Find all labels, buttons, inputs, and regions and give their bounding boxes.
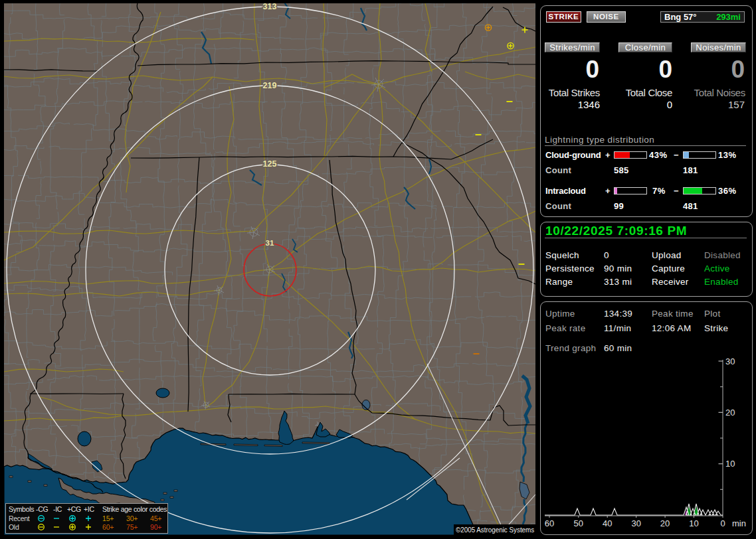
svg-text:75+: 75+ xyxy=(126,523,138,531)
svg-text:40: 40 xyxy=(603,518,612,528)
svg-text:30: 30 xyxy=(631,518,640,528)
svg-text:-CG: -CG xyxy=(36,505,48,513)
svg-text:0: 0 xyxy=(720,518,725,528)
svg-text:20: 20 xyxy=(725,408,735,418)
svg-text:20: 20 xyxy=(660,518,670,528)
svg-text:-IC: -IC xyxy=(53,505,62,513)
svg-text:30+: 30+ xyxy=(126,514,138,522)
svg-text:+CG: +CG xyxy=(67,505,81,513)
svg-text:30: 30 xyxy=(725,356,735,366)
svg-text:60: 60 xyxy=(545,518,554,528)
svg-text:Recent: Recent xyxy=(9,514,30,522)
svg-text:45+: 45+ xyxy=(150,514,161,522)
svg-text:min: min xyxy=(732,518,746,528)
svg-text:10: 10 xyxy=(725,459,735,469)
svg-text:15+: 15+ xyxy=(102,514,114,522)
svg-text:10: 10 xyxy=(689,518,698,528)
svg-text:Strike age color codes: Strike age color codes xyxy=(102,505,167,513)
svg-text:Symbols: Symbols xyxy=(9,505,34,513)
svg-text:50: 50 xyxy=(574,518,583,528)
svg-text:+IC: +IC xyxy=(84,505,94,513)
svg-text:Old: Old xyxy=(9,523,19,531)
svg-text:90+: 90+ xyxy=(150,523,161,531)
svg-text:60+: 60+ xyxy=(102,523,114,531)
